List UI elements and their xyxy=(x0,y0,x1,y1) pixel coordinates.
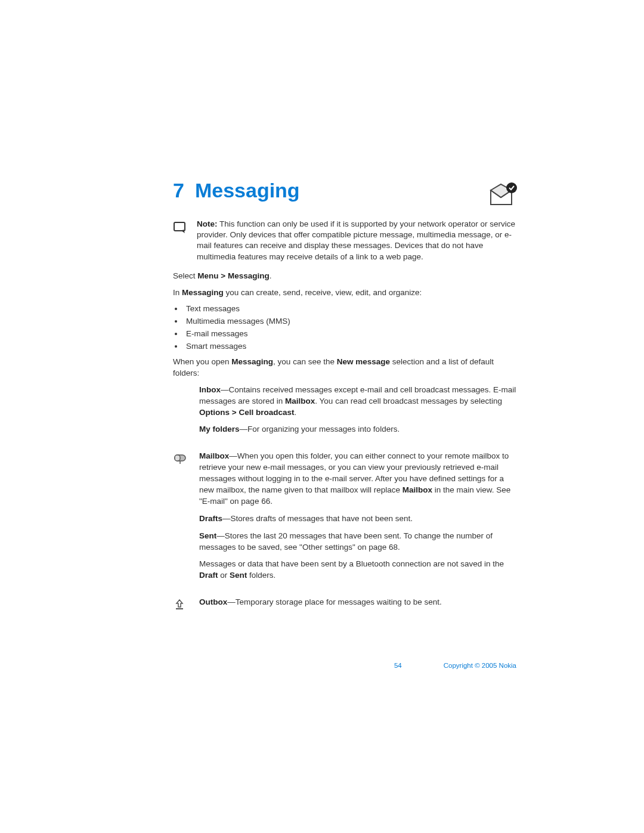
list-item: E-mail messages xyxy=(184,329,519,338)
folder-outbox: Outbox—Temporary storage place for messa… xyxy=(173,597,519,620)
mailbox-icon xyxy=(173,451,199,593)
list-item: Text messages xyxy=(184,304,519,313)
note-label: Note: xyxy=(197,219,218,228)
list-item: Smart messages xyxy=(184,342,519,351)
message-types-list: Text messages Multimedia messages (MMS) … xyxy=(184,304,519,351)
svg-rect-7 xyxy=(176,608,183,609)
select-line: Select Menu > Messaging. xyxy=(173,271,519,281)
manual-page: 7 Messaging Note: This function can only… xyxy=(0,0,644,833)
note-text: Note: This function can only be used if … xyxy=(197,219,519,262)
chapter-number: 7 xyxy=(173,179,184,202)
list-item: Multimedia messages (MMS) xyxy=(184,317,519,326)
folder-mailbox: Mailbox—When you open this folder, you c… xyxy=(173,451,519,593)
copyright: Copyright © 2005 Nokia xyxy=(444,662,516,669)
svg-point-2 xyxy=(506,182,517,193)
page-footer: 54 Copyright © 2005 Nokia xyxy=(173,662,519,669)
page-number: 54 xyxy=(394,662,402,669)
note-icon xyxy=(173,219,191,262)
note-block: Note: This function can only be used if … xyxy=(173,219,519,262)
folder-inbox: Inbox—Contains received messages except … xyxy=(173,385,519,448)
chapter-heading: 7 Messaging xyxy=(173,179,519,202)
outbox-icon xyxy=(173,597,199,620)
open-line: When you open Messaging, you can see the… xyxy=(173,357,519,378)
envelope-icon xyxy=(488,182,519,209)
svg-rect-3 xyxy=(174,222,185,231)
svg-rect-5 xyxy=(175,455,180,461)
intro-line: In Messaging you can create, send, recei… xyxy=(173,287,519,298)
chapter-title: Messaging xyxy=(195,179,300,202)
